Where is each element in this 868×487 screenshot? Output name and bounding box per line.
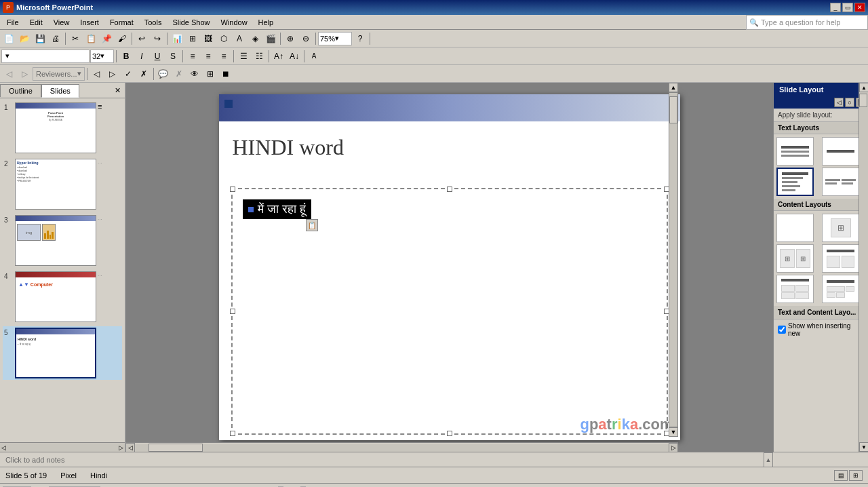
handle-tc[interactable] — [447, 187, 452, 192]
insert-diagram[interactable]: ◈ — [248, 31, 262, 46]
italic-button[interactable]: I — [134, 49, 149, 64]
canvas-scroll-down[interactable]: ▼ — [669, 427, 678, 437]
open-button[interactable]: 📂 — [17, 31, 32, 46]
print-button[interactable]: 🖨 — [48, 31, 63, 46]
slide-item-4[interactable]: 4 ▲▼ Computer ... — [3, 270, 122, 324]
slide-item-5[interactable]: 5 HINDI word • में जा रहा ह — [3, 326, 122, 380]
show-inserting-checkbox[interactable] — [778, 326, 786, 334]
menu-tools[interactable]: Tools — [139, 17, 167, 28]
insert-clip[interactable]: 🎬 — [263, 31, 278, 46]
view-slide-sorter[interactable]: ⊞ — [849, 470, 863, 481]
layout-complex[interactable] — [822, 275, 859, 303]
underline-button[interactable]: U — [150, 49, 165, 64]
slide-thumb-3[interactable]: img — [15, 215, 96, 266]
insert-comment[interactable]: 💬 — [156, 66, 171, 81]
next-change[interactable]: ▷ — [105, 66, 120, 81]
tab-outline[interactable]: Outline — [0, 84, 41, 97]
slide-item-3[interactable]: 3 img ... — [3, 214, 122, 267]
bold-button[interactable]: B — [119, 49, 134, 64]
layout-two-content[interactable]: ⊞ ⊞ — [776, 244, 814, 273]
scroll-right-arrow[interactable]: ▷ — [119, 444, 123, 451]
new-button[interactable]: 📄 — [1, 31, 16, 46]
insert-wordart[interactable]: A — [232, 31, 247, 46]
layout-blank[interactable] — [776, 137, 814, 165]
slide-thumb-1[interactable]: PowerPoint Presentation By FILMEENA — [15, 102, 96, 153]
rp-scroll-down[interactable]: ▼ — [859, 442, 868, 452]
hindi-text-box[interactable]: में जा रहा हूं 📋 — [243, 199, 311, 219]
hscroll-left[interactable]: ◁ — [125, 443, 135, 452]
handle-bc[interactable] — [447, 431, 452, 436]
show-hide-markup[interactable]: 👁 — [187, 66, 202, 81]
undo-button[interactable]: ↩ — [134, 31, 149, 46]
paste-smart-tag[interactable]: 📋 — [306, 219, 318, 231]
insert-chart[interactable]: 📊 — [170, 31, 184, 46]
slide-item-1[interactable]: 1 PowerPoint Presentation By FILMEENA ≡ — [3, 101, 122, 155]
bullets-button[interactable]: ☰ — [236, 49, 251, 64]
canvas-scroll-up[interactable]: ▲ — [669, 83, 678, 92]
slide-thumb-4[interactable]: ▲▼ Computer — [15, 271, 96, 322]
help-search-box[interactable]: 🔍 Type a question for help — [746, 15, 868, 30]
panel-btn2[interactable]: ○ — [845, 98, 854, 107]
layout-content-blank[interactable] — [776, 214, 814, 242]
view-normal[interactable]: ▤ — [834, 470, 848, 481]
layout-four-content[interactable] — [776, 275, 814, 303]
zoom-dropdown[interactable]: 75% ▾ — [318, 32, 352, 45]
reject-change[interactable]: ✗ — [136, 66, 151, 81]
forward-button[interactable]: ▷ — [17, 66, 32, 81]
menu-format[interactable]: Format — [104, 17, 139, 28]
insert-table[interactable]: ⊞ — [185, 31, 200, 46]
restore-button[interactable]: ▭ — [842, 3, 853, 12]
fontsize-dropdown[interactable]: 32 ▾ — [90, 50, 114, 63]
rp-scroll-thumb[interactable] — [859, 94, 867, 107]
panel-btn1[interactable]: ◁ — [834, 98, 844, 107]
layout-content-icon[interactable]: ⊞ — [822, 214, 859, 242]
prev-change[interactable]: ◁ — [90, 66, 104, 81]
menu-help[interactable]: Help — [253, 17, 279, 28]
tab-slides[interactable]: Slides — [41, 84, 79, 98]
rp-scroll-up[interactable]: ▲ — [859, 83, 868, 92]
handle-tl[interactable] — [230, 187, 235, 192]
menu-insert[interactable]: Insert — [75, 17, 104, 28]
align-center[interactable]: ≡ — [201, 49, 216, 64]
layout-two-column[interactable] — [822, 168, 859, 196]
insert-shape[interactable]: ⬡ — [216, 31, 231, 46]
format-painter[interactable]: 🖌 — [115, 31, 130, 46]
menu-edit[interactable]: Edit — [24, 17, 48, 28]
close-panel-button[interactable]: ✕ — [111, 84, 125, 97]
decrease-font[interactable]: A↓ — [287, 49, 302, 64]
handle-bl[interactable] — [230, 431, 235, 436]
end-review[interactable]: ⏹ — [218, 66, 233, 81]
slide-thumb-5[interactable]: HINDI word • में जा रहा ह — [15, 328, 96, 378]
insert-picture[interactable]: 🖼 — [201, 31, 216, 46]
expand-button[interactable]: ⊕ — [283, 31, 298, 46]
save-button[interactable]: 💾 — [33, 31, 47, 46]
collapse-button[interactable]: ⊖ — [298, 31, 313, 46]
layout-title-content[interactable] — [776, 168, 814, 196]
close-button[interactable]: ✕ — [854, 3, 865, 12]
menu-file[interactable]: File — [1, 17, 24, 28]
align-left[interactable]: ≡ — [185, 49, 200, 64]
help-btn[interactable]: ? — [353, 31, 368, 46]
align-right[interactable]: ≡ — [216, 49, 231, 64]
notes-scroll-up[interactable]: ▲ — [764, 452, 773, 467]
hscroll-right[interactable]: ▷ — [669, 443, 678, 452]
increase-font[interactable]: A↑ — [271, 49, 286, 64]
redo-button[interactable]: ↪ — [150, 31, 165, 46]
handle-ml[interactable] — [230, 309, 235, 314]
content-text-box[interactable]: में जा रहा हूं 📋 — [231, 188, 668, 435]
hscroll-thumb[interactable] — [149, 444, 203, 452]
numbering-button[interactable]: ☷ — [252, 49, 267, 64]
cut-button[interactable]: ✂ — [68, 31, 83, 46]
menu-view[interactable]: View — [48, 17, 75, 28]
formatting-btn[interactable]: ⊞ — [203, 66, 218, 81]
canvas-scrollbar-thumb[interactable] — [669, 96, 677, 123]
accept-change[interactable]: ✓ — [121, 66, 136, 81]
slide-item-2[interactable]: 2 Hyper linking • download • download • … — [3, 157, 122, 211]
reviewers-dropdown[interactable]: Reviewers... ▾ — [33, 67, 85, 81]
shadow-button[interactable]: S — [165, 49, 180, 64]
menu-window[interactable]: Window — [215, 17, 252, 28]
paste-button[interactable]: 📌 — [99, 31, 114, 46]
slide-thumb-2[interactable]: Hyper linking • download • download • a … — [15, 159, 96, 210]
back-button[interactable]: ◁ — [1, 66, 16, 81]
layout-title-two[interactable] — [822, 244, 859, 273]
